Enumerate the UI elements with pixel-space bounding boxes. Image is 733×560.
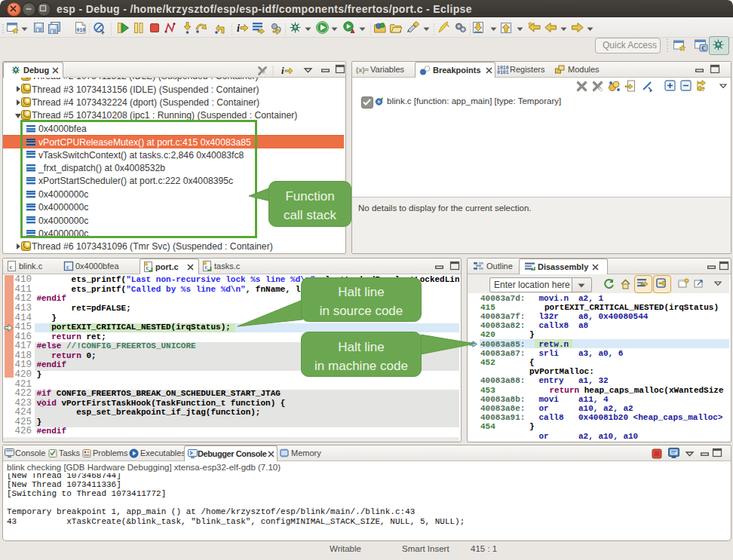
svg-text:010: 010 (77, 28, 86, 33)
svg-text:i: i (237, 23, 240, 34)
svg-text:(x)=: (x)= (356, 66, 370, 74)
svg-text:c: c (10, 263, 13, 271)
svg-text:c: c (66, 263, 69, 271)
svg-text:i: i (281, 65, 284, 76)
svg-text:C: C (702, 45, 707, 52)
svg-text:0101: 0101 (497, 70, 509, 75)
